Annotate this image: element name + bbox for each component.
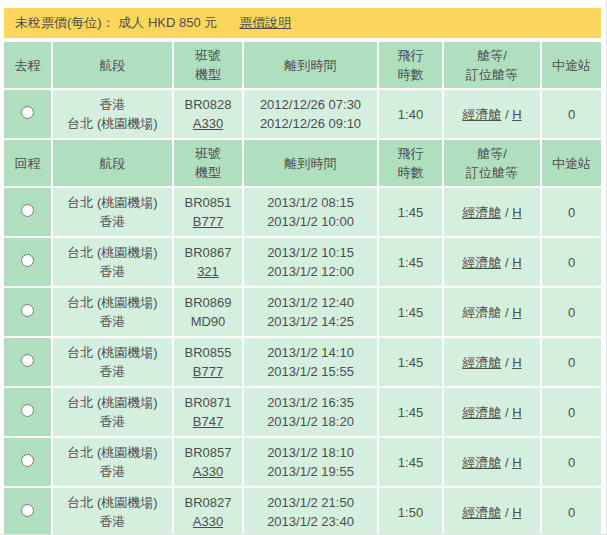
segment-cell: 台北 (桃園機場)香港 <box>53 188 172 236</box>
duration-cell: 1:45 <box>379 188 442 236</box>
arrival-time: 2013/1/2 15:55 <box>244 362 377 381</box>
booking-class-link[interactable]: H <box>512 255 521 270</box>
cabin-cell: 經濟艙 / H <box>444 90 540 138</box>
aircraft-type-wrap: 321 <box>174 262 242 281</box>
cabin-class-link[interactable]: 經濟艙 <box>462 455 501 470</box>
aircraft-type-link[interactable]: A330 <box>193 514 223 529</box>
aircraft-type-link[interactable]: A330 <box>193 464 223 479</box>
flight-select-cell <box>4 90 51 138</box>
header-cabin-line2: 訂位艙等 <box>444 65 540 84</box>
flight-number: BR0857 <box>174 443 242 462</box>
segment-from: 台北 (桃園機場) <box>53 243 172 262</box>
flight-select-cell <box>4 188 51 236</box>
duration-cell: 1:45 <box>379 338 442 386</box>
cabin-separator: / <box>501 455 512 470</box>
aircraft-type-wrap: B777 <box>174 362 242 381</box>
cabin-cell: 經濟艙 / H <box>444 188 540 236</box>
aircraft-type-link[interactable]: B747 <box>193 414 223 429</box>
segment-to: 香港 <box>53 312 172 331</box>
segment-from: 台北 (桃園機場) <box>53 393 172 412</box>
flight-select-cell <box>4 438 51 486</box>
segment-cell: 台北 (桃園機場)香港 <box>53 488 172 535</box>
header-times: 離到時間 <box>244 140 377 186</box>
content-wrapper: 未稅票價(每位)： 成人 HKD 850 元 票價說明 去程航段班號機型離到時間… <box>0 0 603 535</box>
return-flight-radio[interactable] <box>21 204 34 217</box>
departure-time: 2013/1/2 16:35 <box>244 393 377 412</box>
fare-info-link[interactable]: 票價說明 <box>239 14 291 32</box>
cabin-class-link[interactable]: 經濟艙 <box>462 505 501 520</box>
return-flight-radio[interactable] <box>21 504 34 517</box>
aircraft-type-wrap: A330 <box>174 114 242 133</box>
cabin-cell: 經濟艙 / H <box>444 238 540 286</box>
cabin-separator: / <box>501 355 512 370</box>
outbound-flight-radio[interactable] <box>21 106 34 119</box>
fare-value: 成人 HKD 850 元 <box>118 14 217 32</box>
booking-class-link[interactable]: H <box>512 205 521 220</box>
duration-cell: 1:40 <box>379 90 442 138</box>
return-flight-radio[interactable] <box>21 254 34 267</box>
times-cell: 2013/1/2 10:152013/1/2 12:00 <box>244 238 377 286</box>
segment-from: 台北 (桃園機場) <box>53 443 172 462</box>
flight-results-page: 未稅票價(每位)： 成人 HKD 850 元 票價說明 去程航段班號機型離到時間… <box>0 0 607 535</box>
flight-row: 台北 (桃園機場)香港BR0827A3302013/1/2 21:502013/… <box>4 488 601 535</box>
aircraft-type-link[interactable]: B777 <box>193 214 223 229</box>
booking-class-link[interactable]: H <box>512 455 521 470</box>
cabin-separator: / <box>501 205 512 220</box>
booking-class-link[interactable]: H <box>512 355 521 370</box>
booking-class-link[interactable]: H <box>512 305 521 320</box>
aircraft-type-wrap: B747 <box>174 412 242 431</box>
header-flight-aircraft: 班號機型 <box>174 42 242 88</box>
cabin-class-link[interactable]: 經濟艙 <box>462 205 501 220</box>
flight-number: BR0827 <box>174 493 242 512</box>
flight-cell: BR0827A330 <box>174 488 242 535</box>
booking-class-link[interactable]: H <box>512 405 521 420</box>
fare-bar: 未稅票價(每位)： 成人 HKD 850 元 票價說明 <box>4 8 601 38</box>
section-outbound: 去程航段班號機型離到時間飛行時數艙等/訂位艙等中途站香港台北 (桃園機場)BR0… <box>4 42 601 138</box>
cabin-cell: 經濟艙 / H <box>444 288 540 336</box>
booking-class-link[interactable]: H <box>512 505 521 520</box>
flight-row: 台北 (桃園機場)香港BR0871B7472013/1/2 16:352013/… <box>4 388 601 436</box>
segment-from: 香港 <box>53 95 172 114</box>
cabin-separator: / <box>501 255 512 270</box>
aircraft-type-wrap: MD90 <box>174 312 242 331</box>
header-segment: 航段 <box>53 42 172 88</box>
return-flight-radio[interactable] <box>21 304 34 317</box>
return-flight-radio[interactable] <box>21 354 34 367</box>
arrival-time: 2013/1/2 12:00 <box>244 262 377 281</box>
cabin-class-link: 經濟艙 <box>462 305 501 320</box>
header-cabin-class: 艙等/訂位艙等 <box>444 42 540 88</box>
cabin-class-link[interactable]: 經濟艙 <box>462 355 501 370</box>
cabin-class-link[interactable]: 經濟艙 <box>462 107 501 122</box>
aircraft-type-link[interactable]: B777 <box>193 364 223 379</box>
aircraft-type-link[interactable]: 321 <box>197 264 219 279</box>
header-cabin-line1: 艙等/ <box>444 46 540 65</box>
booking-class-link[interactable]: H <box>512 107 521 122</box>
header-duration-line2: 時數 <box>379 163 442 182</box>
section-return: 回程航段班號機型離到時間飛行時數艙等/訂位艙等中途站台北 (桃園機場)香港BR0… <box>4 140 601 535</box>
stops-cell: 0 <box>542 238 601 286</box>
arrival-time: 2013/1/2 18:20 <box>244 412 377 431</box>
aircraft-type-link[interactable]: A330 <box>193 116 223 131</box>
segment-from: 台北 (桃園機場) <box>53 343 172 362</box>
segment-from: 台北 (桃園機場) <box>53 193 172 212</box>
segment-to: 香港 <box>53 362 172 381</box>
departure-time: 2013/1/2 18:10 <box>244 443 377 462</box>
flight-row: 香港台北 (桃園機場)BR0828A3302012/12/26 07:30201… <box>4 90 601 138</box>
flight-cell: BR0867321 <box>174 238 242 286</box>
departure-time: 2012/12/26 07:30 <box>244 95 377 114</box>
stops-cell: 0 <box>542 438 601 486</box>
flight-select-cell <box>4 488 51 535</box>
cabin-class-link[interactable]: 經濟艙 <box>462 405 501 420</box>
arrival-time: 2013/1/2 23:40 <box>244 512 377 531</box>
header-direction: 去程 <box>4 42 51 88</box>
flight-number: BR0867 <box>174 243 242 262</box>
cabin-class-link[interactable]: 經濟艙 <box>462 255 501 270</box>
header-row-outbound: 去程航段班號機型離到時間飛行時數艙等/訂位艙等中途站 <box>4 42 601 88</box>
header-cabin-line2: 訂位艙等 <box>444 163 540 182</box>
flight-cell: BR0857A330 <box>174 438 242 486</box>
segment-cell: 台北 (桃園機場)香港 <box>53 288 172 336</box>
stops-cell: 0 <box>542 338 601 386</box>
return-flight-radio[interactable] <box>21 454 34 467</box>
segment-to: 香港 <box>53 262 172 281</box>
return-flight-radio[interactable] <box>21 404 34 417</box>
